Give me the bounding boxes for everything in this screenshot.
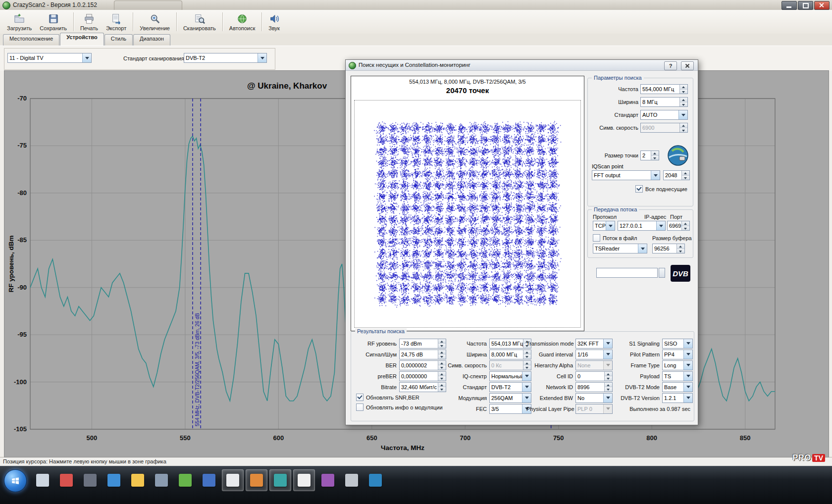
taskbar-button[interactable] [293, 469, 315, 491]
chevron-down-icon[interactable] [683, 394, 692, 403]
combo-field[interactable]: PP4 [662, 350, 693, 359]
update-snr-ber-checkbox[interactable]: Обновлять SNR,BER [356, 393, 446, 402]
browse-button[interactable] [659, 268, 665, 278]
point-size-spin[interactable]: 2 [640, 151, 659, 160]
port-spin[interactable]: 6969 [667, 221, 690, 231]
taskbar-button[interactable] [364, 469, 386, 491]
taskbar-button[interactable] [127, 469, 149, 491]
print-button[interactable]: Печать [76, 10, 102, 34]
taskbar-button[interactable] [103, 469, 125, 491]
width-spin[interactable]: 8 МГц [640, 97, 688, 107]
spin-field[interactable]: 24,75 dB [399, 350, 446, 359]
spinner-arrows-icon[interactable] [676, 244, 684, 253]
save-button[interactable]: Сохранить [36, 10, 71, 34]
device-select[interactable]: 11 - Digital TV [7, 53, 92, 63]
taskbar-button[interactable] [246, 469, 267, 491]
spinner-arrows-icon[interactable] [604, 383, 612, 392]
taskbar-button[interactable] [269, 469, 291, 491]
chevron-down-icon[interactable] [638, 244, 647, 253]
chevron-down-icon[interactable] [603, 339, 612, 348]
window-titlebar[interactable]: CrazyScan2 - Версия 1.0.2.152 [0, 0, 832, 10]
scan-button[interactable]: Сканировать [179, 10, 220, 34]
all-subcarriers-checkbox[interactable]: Все поднесущие [635, 185, 693, 193]
combo-field[interactable]: 32K FFT [575, 339, 613, 349]
checkbox-icon[interactable] [635, 185, 643, 193]
chevron-down-icon[interactable] [656, 221, 665, 230]
combo-field[interactable]: No [575, 393, 613, 403]
dialog-help-button[interactable]: ? [664, 61, 677, 70]
spin-field[interactable]: 8,000 МГц [489, 350, 531, 359]
buffer-size-spin[interactable]: 96256 [652, 244, 685, 253]
frequency-spin[interactable]: 554,000 МГц [640, 84, 688, 94]
taskbar-button[interactable] [151, 469, 172, 491]
chevron-down-icon[interactable] [258, 53, 266, 62]
tab-range[interactable]: Диапазон [133, 34, 170, 46]
spin-field[interactable]: 554,013 МГц [489, 339, 531, 349]
chevron-down-icon[interactable] [683, 383, 692, 392]
combo-field[interactable]: Base [662, 382, 693, 392]
chevron-down-icon[interactable] [606, 221, 615, 230]
taskbar-button[interactable] [55, 469, 77, 491]
start-button[interactable] [4, 469, 27, 492]
file-path-field[interactable] [596, 268, 658, 278]
tab-device[interactable]: Устройство [60, 33, 104, 46]
taskbar-button[interactable] [317, 469, 339, 491]
background-window[interactable] [114, 0, 182, 10]
chevron-down-icon[interactable] [678, 110, 687, 119]
load-button[interactable]: Загрузить [3, 10, 36, 34]
taskbar-button[interactable] [222, 469, 244, 491]
spin-field[interactable]: -73 dBm [399, 339, 446, 349]
combo-field[interactable]: Long [662, 360, 693, 370]
chevron-down-icon[interactable] [603, 394, 612, 403]
taskbar-button[interactable] [32, 469, 53, 491]
checkbox-icon[interactable] [356, 394, 364, 401]
combo-field[interactable]: SISO [662, 339, 693, 349]
dialog-close-button[interactable] [681, 61, 694, 70]
spinner-arrows-icon[interactable] [679, 85, 687, 94]
chevron-down-icon[interactable] [683, 339, 692, 348]
tab-style[interactable]: Стиль [104, 34, 133, 46]
combo-field[interactable]: 256QAM [489, 393, 531, 403]
spinner-arrows-icon[interactable] [604, 372, 612, 381]
spinner-arrows-icon[interactable] [651, 151, 659, 160]
minimize-button[interactable] [781, 1, 797, 10]
taskbar-button[interactable] [341, 469, 363, 491]
taskbar-button[interactable] [198, 469, 220, 491]
zoom-button[interactable]: Увеличение [136, 10, 174, 34]
standard-combo[interactable]: AUTO [640, 110, 688, 120]
combo-field[interactable]: Нормальный [489, 371, 531, 381]
iqscan-points-spin[interactable]: 2048 [663, 170, 690, 180]
spin-field[interactable]: 0 [575, 371, 613, 381]
combo-field[interactable]: TS [662, 371, 693, 381]
spinner-arrows-icon[interactable] [679, 98, 687, 106]
spinner-arrows-icon[interactable] [681, 221, 689, 230]
spinner-arrows-icon[interactable] [681, 171, 689, 180]
export-button[interactable]: Экспорт [102, 10, 130, 34]
ip-address-combo[interactable]: 127.0.0.1 [618, 221, 666, 231]
close-button[interactable] [814, 1, 830, 10]
sound-button[interactable]: Звук [264, 10, 284, 34]
tab-location[interactable]: Местоположение [3, 34, 59, 46]
combo-field[interactable]: 1.2.1 [662, 393, 693, 403]
combo-field[interactable]: 3/5 [489, 404, 531, 414]
spin-field[interactable]: 0,0000000 [399, 371, 446, 381]
chevron-down-icon[interactable] [683, 361, 692, 370]
checkbox-icon[interactable] [593, 234, 600, 242]
dialog-titlebar[interactable]: Поиск несущих и Constellation-мониторинг… [346, 60, 698, 71]
maximize-button[interactable] [798, 1, 813, 10]
update-modulation-info-checkbox[interactable]: Обновлять инфо о модуляции [356, 403, 446, 411]
taskbar-button[interactable] [79, 469, 101, 491]
taskbar-button[interactable] [174, 469, 196, 491]
reader-combo[interactable]: TSReader [593, 244, 647, 253]
autosearch-button[interactable]: Автопоиск [225, 10, 260, 34]
chevron-down-icon[interactable] [683, 372, 692, 381]
stream-to-file-checkbox[interactable]: Поток в файл [593, 234, 637, 242]
spin-field[interactable]: 8996 [575, 382, 613, 392]
spin-field[interactable]: 32,460 Мбит/с [399, 382, 446, 392]
chevron-down-icon[interactable] [651, 171, 660, 180]
combo-field[interactable]: 1/16 [575, 350, 613, 359]
chevron-down-icon[interactable] [683, 350, 692, 359]
chevron-down-icon[interactable] [82, 53, 91, 62]
combo-field[interactable]: DVB-T2 [489, 382, 531, 392]
chevron-down-icon[interactable] [603, 350, 612, 359]
